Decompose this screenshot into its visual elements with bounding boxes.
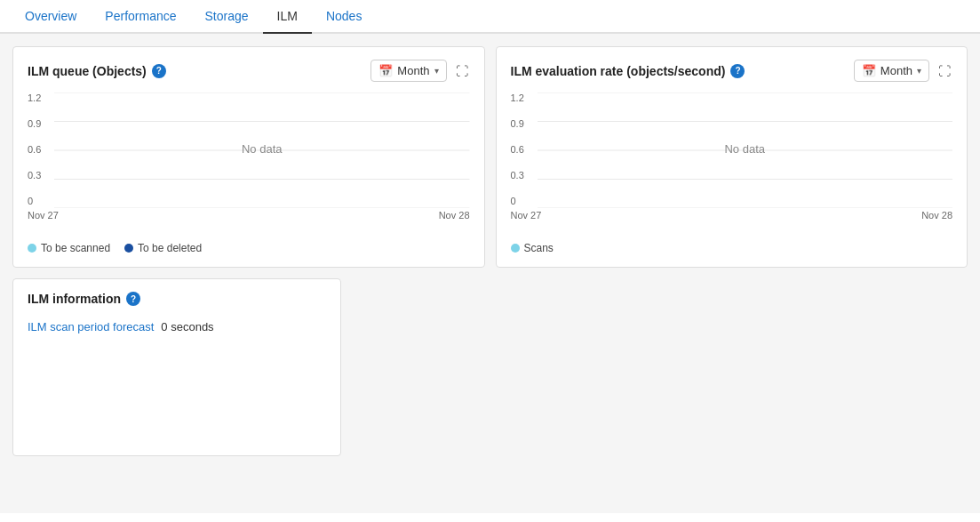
calendar-icon-right: 📅 xyxy=(862,64,876,77)
calendar-icon-left: 📅 xyxy=(378,64,393,77)
legend-label-scans: Scans xyxy=(524,242,554,254)
ilm-scan-period-label: ILM scan period forecast xyxy=(28,320,154,333)
ilm-info-panel-header: ILM information ? xyxy=(28,292,326,306)
ilm-info-panel-title: ILM information xyxy=(28,292,121,306)
y-axis-label-12: 1.2 xyxy=(28,92,54,103)
y-axis-label-09: 0.9 xyxy=(28,118,54,129)
ilm-queue-panel: ILM queue (Objects) ? 📅 Month ▾ ⛶ xyxy=(12,46,485,268)
y-axis-label-06-r: 0.6 xyxy=(511,144,538,155)
legend-to-be-scanned: To be scanned xyxy=(28,242,110,254)
y-axis-label-03-r: 0.3 xyxy=(511,170,538,181)
y-axis-label-06: 0.6 xyxy=(28,144,54,155)
legend-label-scanned: To be scanned xyxy=(41,242,110,254)
ilm-eval-controls: 📅 Month ▾ ⛶ xyxy=(854,60,952,82)
ilm-queue-title-group: ILM queue (Objects) ? xyxy=(28,64,166,78)
tab-performance[interactable]: Performance xyxy=(91,0,190,34)
y-axis-label-03: 0.3 xyxy=(28,170,54,181)
ilm-eval-panel: ILM evaluation rate (objects/second) ? 📅… xyxy=(496,46,968,268)
ilm-queue-no-data: No data xyxy=(242,142,283,156)
expand-icon-left[interactable]: ⛶ xyxy=(454,62,470,80)
ilm-eval-date-start: Nov 27 xyxy=(511,210,542,221)
ilm-eval-title-group: ILM evaluation rate (objects/second) ? xyxy=(511,64,745,78)
tab-nodes[interactable]: Nodes xyxy=(312,0,376,34)
bottom-row: ILM information ? ILM scan period foreca… xyxy=(12,278,968,456)
ilm-queue-date-start: Nov 27 xyxy=(28,210,59,221)
legend-scans: Scans xyxy=(511,242,554,254)
ilm-eval-legend: Scans xyxy=(511,242,953,254)
tab-overview[interactable]: Overview xyxy=(11,0,91,34)
ilm-eval-month-label: Month xyxy=(880,64,912,77)
tab-storage[interactable]: Storage xyxy=(191,0,263,34)
chevron-down-icon-left: ▾ xyxy=(434,66,439,76)
ilm-queue-chart-area: 0 0.3 0.6 0.9 1.2 xyxy=(28,92,470,235)
expand-icon-right[interactable]: ⛶ xyxy=(936,62,952,80)
ilm-queue-controls: 📅 Month ▾ ⛶ xyxy=(370,60,469,82)
tab-bar: Overview Performance Storage ILM Nodes xyxy=(0,0,980,34)
chevron-down-icon-right: ▾ xyxy=(917,66,921,76)
ilm-eval-dates: Nov 27 Nov 28 xyxy=(511,210,953,221)
y-axis-label-0: 0 xyxy=(28,196,54,206)
ilm-queue-title: ILM queue (Objects) xyxy=(28,64,147,78)
ilm-scan-period-value: 0 seconds xyxy=(161,320,213,333)
ilm-queue-month-dropdown[interactable]: 📅 Month ▾ xyxy=(370,60,446,82)
legend-dot-scans xyxy=(511,244,520,253)
ilm-queue-date-end: Nov 28 xyxy=(439,210,470,221)
ilm-eval-help-icon[interactable]: ? xyxy=(730,64,745,78)
legend-dot-deleted xyxy=(124,244,133,253)
ilm-info-row: ILM scan period forecast 0 seconds xyxy=(28,320,326,333)
ilm-eval-chart-area: 0 0.3 0.6 0.9 1.2 xyxy=(511,92,953,235)
top-panels-row: ILM queue (Objects) ? 📅 Month ▾ ⛶ xyxy=(12,46,968,268)
ilm-eval-header: ILM evaluation rate (objects/second) ? 📅… xyxy=(511,60,953,82)
ilm-queue-month-label: Month xyxy=(397,64,429,77)
ilm-info-panel: ILM information ? ILM scan period foreca… xyxy=(12,278,341,456)
y-axis-label-0-r: 0 xyxy=(511,196,538,206)
ilm-eval-no-data: No data xyxy=(724,142,765,156)
ilm-info-help-icon[interactable]: ? xyxy=(126,292,140,306)
ilm-queue-dates: Nov 27 Nov 28 xyxy=(28,210,470,221)
ilm-queue-header: ILM queue (Objects) ? 📅 Month ▾ ⛶ xyxy=(28,60,470,82)
main-content: ILM queue (Objects) ? 📅 Month ▾ ⛶ xyxy=(0,34,980,513)
legend-dot-scanned xyxy=(28,244,36,253)
ilm-queue-help-icon[interactable]: ? xyxy=(152,64,166,78)
y-axis-label-09-r: 0.9 xyxy=(511,118,538,129)
ilm-queue-legend: To be scanned To be deleted xyxy=(28,242,470,254)
y-axis-label-12-r: 1.2 xyxy=(511,92,538,103)
legend-to-be-deleted: To be deleted xyxy=(124,242,202,254)
legend-label-deleted: To be deleted xyxy=(138,242,202,254)
ilm-eval-date-end: Nov 28 xyxy=(921,210,952,221)
ilm-eval-title: ILM evaluation rate (objects/second) xyxy=(511,64,726,78)
tab-ilm[interactable]: ILM xyxy=(263,0,312,34)
ilm-eval-month-dropdown[interactable]: 📅 Month ▾ xyxy=(854,60,929,82)
